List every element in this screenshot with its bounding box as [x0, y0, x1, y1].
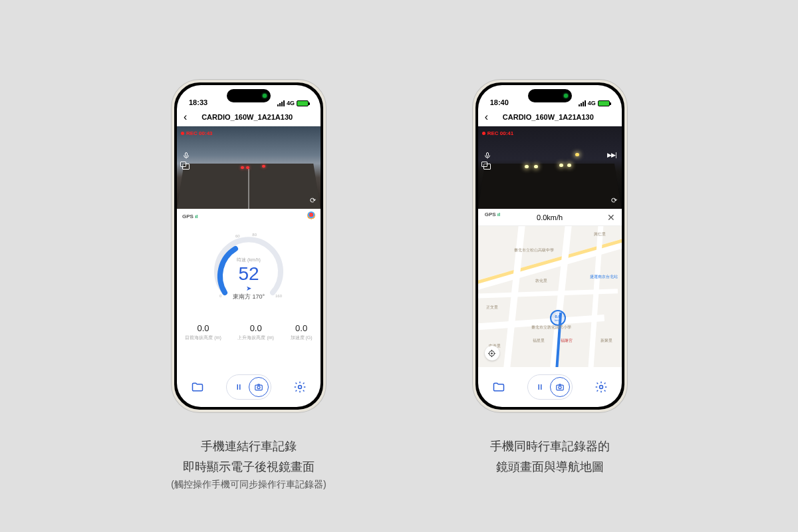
svg-point-8 [491, 352, 493, 354]
map-label: 敦化里 [535, 278, 547, 284]
caption-left: 手機連結行車記錄 即時顯示電子後視鏡畫面 (觸控操作手機可同步操作行車記錄器) [171, 436, 326, 493]
svg-point-5 [298, 386, 301, 389]
phone-right: 18:40 4G ‹ CARDIO_160W_1A21A130 REC 00:4… [473, 80, 627, 412]
status-network: 4G [588, 100, 596, 106]
mic-icon[interactable] [483, 152, 491, 162]
map-label: 新聚里 [600, 338, 612, 344]
device-title: CARDIO_160W_1A21A130 [493, 113, 603, 121]
status-network: 4G [287, 100, 295, 106]
gauge-panel: 時速 (km/h) 52 ➤ 東南方 170° 0 160 60 80 0.0 … [177, 223, 321, 367]
svg-rect-6 [486, 153, 488, 157]
current-location-marker: 0.0 km/h [550, 310, 566, 326]
phone-left: 18:33 4G ‹ CARDIO_160W_1A21A130 REC 00:4… [172, 80, 326, 412]
svg-point-12 [559, 386, 561, 389]
capture-button[interactable] [249, 377, 269, 397]
folder-button[interactable] [189, 378, 206, 396]
recenter-button[interactable] [485, 346, 499, 360]
readout-altitude: 0.0 目前海拔高度 (m) [185, 323, 221, 341]
svg-rect-0 [185, 153, 187, 157]
readout-ascent: 0.0 上升海拔高度 (m) [237, 323, 273, 341]
speed-gauge: 時速 (km/h) 52 ➤ 東南方 170° 0 160 60 80 [209, 233, 289, 313]
mic-icon[interactable] [182, 152, 190, 162]
status-time: 18:33 [189, 98, 207, 106]
svg-point-13 [599, 386, 602, 389]
rotate-icon[interactable]: ⟳ [611, 196, 616, 205]
device-title: CARDIO_160W_1A21A130 [192, 113, 302, 121]
folder-button[interactable] [490, 378, 507, 396]
bottom-toolbar [177, 367, 321, 407]
readout-gforce: 0.0 加速度 (G) [291, 323, 313, 341]
dynamic-island [227, 89, 271, 102]
map-label: 正文里 [486, 305, 498, 311]
signal-icon [277, 100, 285, 106]
map-view[interactable]: 0.0 km/h 興仁里 臺北市立松山高級中學 敦化里 捷運南京台北站 中崙里 … [478, 226, 622, 367]
close-button[interactable]: ✕ [607, 212, 615, 223]
map-label: 福隆宮 [561, 338, 573, 344]
rec-indicator: REC 00:41 [482, 130, 514, 136]
back-button[interactable]: ‹ [184, 111, 187, 123]
titlebar: ‹ CARDIO_160W_1A21A130 [177, 108, 321, 126]
back-button[interactable]: ‹ [485, 111, 488, 123]
pause-button[interactable] [530, 377, 550, 397]
map-speed: 0.0km/h [537, 213, 563, 221]
map-pin-icon[interactable] [307, 211, 315, 221]
map-label: 臺北市立敦化國民小學 [531, 325, 571, 331]
settings-button[interactable] [291, 378, 309, 396]
gps-label: GPS [182, 213, 194, 219]
pause-button[interactable] [229, 377, 249, 397]
battery-icon [598, 100, 610, 106]
heading-arrow-icon: ➤ [209, 285, 289, 292]
gauge-value: 52 [209, 263, 289, 285]
live-video-feed[interactable]: REC 00:41 ▶▶| ⟳ [478, 126, 622, 209]
gps-bar: GPS ıl [177, 209, 321, 223]
bottom-toolbar [478, 367, 622, 407]
dynamic-island [528, 89, 572, 102]
titlebar: ‹ CARDIO_160W_1A21A130 [478, 108, 622, 126]
caption-right: 手機同時行車記錄器的 鏡頭畫面與導航地圖 [490, 436, 610, 477]
pip-icon[interactable] [483, 164, 491, 170]
settings-button[interactable] [593, 378, 610, 396]
svg-point-4 [257, 386, 260, 389]
live-video-feed[interactable]: REC 00:43 ⟳ [177, 126, 321, 209]
map-label: 福星里 [533, 338, 545, 344]
capture-button[interactable] [550, 377, 570, 397]
map-header: 0.0km/h ✕ [478, 209, 622, 226]
signal-icon [579, 100, 586, 106]
status-time: 18:40 [490, 98, 509, 106]
map-label: 興仁里 [594, 231, 606, 237]
readouts: 0.0 目前海拔高度 (m) 0.0 上升海拔高度 (m) 0.0 加速度 (G… [177, 323, 321, 341]
rec-indicator: REC 00:43 [181, 130, 213, 136]
pip-icon[interactable] [182, 164, 190, 170]
map-label: 臺北市立松山高級中學 [514, 247, 554, 253]
map-label: 捷運南京台北站 [590, 274, 618, 280]
skip-icon[interactable]: ▶▶| [607, 152, 616, 158]
battery-icon [297, 100, 309, 106]
rotate-icon[interactable]: ⟳ [310, 196, 315, 205]
gauge-unit-label: 時速 (km/h) [209, 257, 289, 263]
